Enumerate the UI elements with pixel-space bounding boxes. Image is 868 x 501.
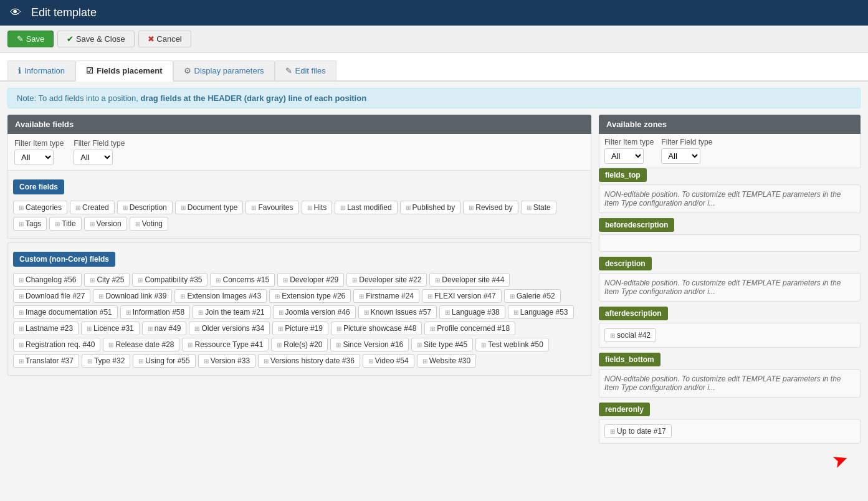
core-field-tag[interactable]: ⊞Voting [130, 217, 168, 231]
drag-icon: ⊞ [19, 221, 24, 227]
tab-edit-files[interactable]: ✎ Edit files [275, 60, 336, 80]
left-filter-field-select[interactable]: All [74, 150, 113, 165]
custom-field-tag[interactable]: ⊞Changelog #56 [13, 273, 82, 287]
custom-field-tag[interactable]: ⊞Role(s) #20 [271, 338, 328, 351]
right-filter-field-select[interactable]: All [661, 148, 700, 164]
custom-fields-section: Custom (non-Core) fields ⊞Changelog #56⊞… [7, 242, 591, 376]
left-filter-item-select[interactable]: All [14, 150, 54, 165]
zone-description: descriptionNON-editable position. To cus… [599, 257, 861, 302]
core-field-tag[interactable]: ⊞Description [117, 201, 173, 214]
core-field-tag[interactable]: ⊞Document type [175, 201, 244, 214]
drag-icon: ⊞ [481, 341, 486, 348]
drag-icon: ⊞ [510, 293, 515, 300]
custom-field-tag[interactable]: ⊞Join the team #21 [193, 305, 270, 319]
custom-field-tag[interactable]: ⊞Licence #31 [81, 322, 140, 335]
core-field-tag[interactable]: ⊞Published by [400, 201, 461, 214]
custom-field-tag[interactable]: ⊞Joomla version #46 [273, 305, 356, 319]
custom-field-tag[interactable]: ⊞nav #49 [142, 322, 187, 335]
core-field-tag[interactable]: ⊞Categories [13, 201, 67, 214]
zone-content-renderonly[interactable]: ⊞Up to date #17 [599, 419, 861, 444]
custom-field-tag[interactable]: ⊞Extension Images #43 [174, 289, 267, 303]
custom-field-tag[interactable]: ⊞Download link #39 [93, 289, 172, 303]
right-filter-item-select[interactable]: All [604, 148, 644, 164]
custom-field-tag[interactable]: ⊞Language #53 [508, 305, 574, 319]
custom-field-tag[interactable]: ⊞Download file #27 [13, 289, 90, 303]
core-field-tag[interactable]: ⊞Favourites [246, 201, 298, 214]
core-field-tag[interactable]: ⊞Title [49, 217, 81, 231]
save-close-button[interactable]: ✔ Save & Close [57, 31, 134, 47]
core-field-tag[interactable]: ⊞State [521, 201, 556, 214]
drag-icon: ⊞ [336, 341, 341, 348]
zone-content-afterdescription[interactable]: ⊞social #42 [599, 323, 861, 348]
custom-field-tag[interactable]: ⊞Developer #29 [277, 273, 344, 287]
custom-field-tag[interactable]: ⊞Picture #19 [272, 322, 328, 335]
custom-field-tag[interactable]: ⊞Versions history date #36 [258, 354, 360, 368]
core-field-tag[interactable]: ⊞Revised by [463, 201, 518, 214]
zone-field-item[interactable]: ⊞Up to date #17 [604, 424, 672, 438]
custom-field-tag[interactable]: ⊞City #25 [84, 273, 130, 287]
zones-container: fields_topNON-editable position. To cust… [599, 168, 861, 444]
custom-field-tag[interactable]: ⊞Compatibility #35 [132, 273, 207, 287]
custom-field-tag[interactable]: ⊞Concerns #15 [210, 273, 275, 287]
custom-field-tag[interactable]: ⊞Firstname #24 [353, 289, 419, 303]
custom-field-tag[interactable]: ⊞Since Version #16 [330, 338, 409, 351]
custom-field-tag[interactable]: ⊞Picture showcase #48 [331, 322, 422, 335]
custom-field-tag[interactable]: ⊞Older versions #34 [189, 322, 270, 335]
zone-content-fields_top[interactable]: NON-editable position. To customize edit… [599, 184, 861, 213]
custom-field-tag[interactable]: ⊞Known issues #57 [358, 305, 437, 319]
tab-information[interactable]: ℹ Information [7, 60, 75, 80]
zone-content-fields_bottom[interactable]: NON-editable position. To customize edit… [599, 369, 861, 398]
custom-field-tag[interactable]: ⊞Galerie #52 [504, 289, 561, 303]
zone-field-item[interactable]: ⊞social #42 [604, 328, 656, 342]
custom-field-tag[interactable]: ⊞Using for #55 [133, 354, 195, 368]
custom-field-tag[interactable]: ⊞Language #38 [439, 305, 505, 319]
core-field-tag[interactable]: ⊞Last modified [335, 201, 397, 214]
custom-field-tag[interactable]: ⊞Release date #28 [103, 338, 179, 351]
tab-fields-placement[interactable]: ☑ Fields placement [75, 60, 173, 82]
drag-icon: ⊞ [194, 325, 199, 332]
zone-content-description[interactable]: NON-editable position. To customize edit… [599, 273, 861, 302]
custom-field-tag[interactable]: ⊞Site type #45 [411, 338, 473, 351]
zone-header-renderonly: renderonly [599, 403, 650, 416]
cancel-button[interactable]: ✖ Cancel [138, 31, 191, 47]
custom-field-tag[interactable]: ⊞Information #58 [120, 305, 190, 319]
custom-field-tag[interactable]: ⊞Extension type #26 [269, 289, 351, 303]
save-button[interactable]: ✎ Save [7, 31, 54, 47]
zone-header-description: description [599, 257, 652, 270]
custom-field-tag[interactable]: ⊞Test weblink #50 [475, 338, 549, 351]
custom-field-tag[interactable]: ⊞Image documentation #51 [13, 305, 118, 319]
drag-icon: ⊞ [264, 358, 269, 365]
zone-header-fields_bottom: fields_bottom [599, 353, 661, 366]
drag-icon: ⊞ [90, 221, 95, 227]
zone-content-beforedescription[interactable] [599, 234, 861, 252]
tabs-area: ℹ Information ☑ Fields placement ⚙ Displ… [0, 53, 868, 82]
left-filter-item-group: Filter Item type All [14, 139, 64, 165]
custom-field-tag[interactable]: ⊞Developer site #22 [346, 273, 427, 287]
drag-icon: ⊞ [430, 325, 435, 332]
drag-icon: ⊞ [87, 358, 92, 365]
drag-icon: ⊞ [513, 309, 518, 316]
core-field-tag[interactable]: ⊞Created [70, 201, 115, 214]
core-field-tag[interactable]: ⊞Version [84, 217, 127, 231]
custom-field-tag[interactable]: ⊞Profile concerned #18 [424, 322, 515, 335]
custom-field-tag[interactable]: ⊞Registration req. #40 [13, 338, 100, 351]
custom-field-tag[interactable]: ⊞Type #32 [82, 354, 130, 368]
custom-field-tag[interactable]: ⊞Ressource Type #41 [182, 338, 269, 351]
custom-field-tag[interactable]: ⊞Translator #37 [13, 354, 79, 368]
custom-field-tag[interactable]: ⊞Website #30 [417, 354, 477, 368]
drag-icon: ⊞ [135, 221, 140, 227]
core-field-tag[interactable]: ⊞Tags [13, 217, 47, 231]
drag-icon: ⊞ [19, 277, 24, 284]
custom-fields-header: Custom (non-Core) fields [13, 252, 115, 267]
custom-field-tag[interactable]: ⊞Lastname #23 [13, 322, 79, 335]
drag-icon: ⊞ [417, 341, 422, 348]
drag-icon: ⊞ [87, 325, 92, 332]
core-field-tag[interactable]: ⊞Hits [302, 201, 333, 214]
custom-fields-list: ⊞Changelog #56⊞City #25⊞Compatibility #3… [13, 269, 586, 371]
custom-field-tag[interactable]: ⊞Developer site #44 [429, 273, 510, 287]
tab-display-parameters[interactable]: ⚙ Display parameters [173, 60, 275, 80]
custom-field-tag[interactable]: ⊞Version #33 [198, 354, 255, 368]
zone-fields_top: fields_topNON-editable position. To cust… [599, 168, 861, 213]
custom-field-tag[interactable]: ⊞FLEXI version #47 [422, 289, 502, 303]
custom-field-tag[interactable]: ⊞Video #54 [363, 354, 414, 368]
